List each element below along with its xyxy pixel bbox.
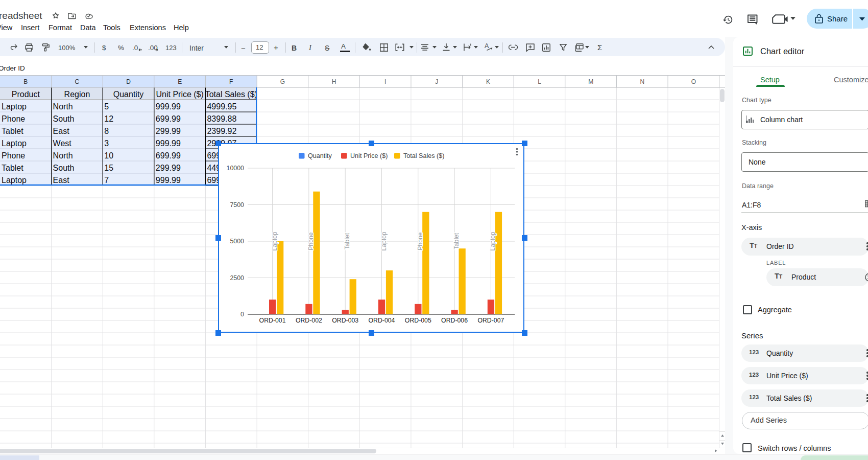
svg-text:Total Sales ($): Total Sales ($) — [205, 90, 257, 99]
svg-text:ORD-003: ORD-003 — [332, 317, 358, 324]
svg-text:5000: 5000 — [230, 238, 244, 245]
svg-text:F: F — [229, 78, 233, 85]
svg-text:999.99: 999.99 — [156, 176, 181, 185]
svg-text:8399.88: 8399.88 — [207, 114, 236, 123]
svg-text:5: 5 — [104, 102, 109, 111]
svg-text:Laptop: Laptop — [380, 232, 388, 250]
svg-text:699.99: 699.99 — [156, 151, 181, 160]
svg-text:E: E — [178, 78, 182, 85]
svg-text:D: D — [126, 78, 131, 85]
svg-text:4999.95: 4999.95 — [207, 102, 236, 111]
svg-text:699.99: 699.99 — [156, 114, 181, 123]
svg-text:7500: 7500 — [230, 201, 244, 209]
svg-text:999.99: 999.99 — [156, 102, 181, 111]
svg-text:Unit Price ($): Unit Price ($) — [350, 152, 388, 159]
svg-text:G: G — [280, 78, 285, 85]
svg-text:299.99: 299.99 — [156, 127, 181, 135]
svg-text:10000: 10000 — [227, 165, 245, 172]
svg-text:ORD-005: ORD-005 — [405, 317, 431, 324]
svg-text:2399.92: 2399.92 — [207, 127, 236, 135]
svg-text:H: H — [332, 78, 336, 85]
svg-text:299.99: 299.99 — [156, 164, 181, 172]
svg-text:East: East — [53, 127, 70, 135]
svg-text:M: M — [588, 78, 593, 85]
svg-text:999.99: 999.99 — [156, 139, 181, 148]
svg-text:C: C — [75, 78, 80, 85]
svg-text:O: O — [691, 78, 696, 85]
svg-text:Laptop: Laptop — [271, 232, 278, 250]
svg-text:ORD-007: ORD-007 — [477, 317, 504, 324]
svg-text:Unit Price ($): Unit Price ($) — [156, 90, 203, 99]
svg-text:7: 7 — [104, 176, 109, 185]
svg-text:10: 10 — [104, 151, 113, 160]
svg-text:N: N — [640, 78, 644, 85]
svg-text:ORD-004: ORD-004 — [369, 317, 395, 324]
svg-text:ORD-002: ORD-002 — [296, 317, 322, 324]
svg-text:Phone: Phone — [2, 151, 25, 160]
svg-text:North: North — [53, 151, 73, 160]
svg-text:Tablet: Tablet — [2, 127, 23, 135]
svg-text:Tablet: Tablet — [453, 233, 460, 249]
svg-text:8: 8 — [104, 127, 109, 135]
svg-text:North: North — [53, 102, 73, 111]
svg-text:Product: Product — [12, 90, 40, 99]
svg-text:2500: 2500 — [230, 274, 244, 282]
svg-text:15: 15 — [104, 164, 113, 172]
svg-text:J: J — [435, 78, 438, 85]
svg-text:South: South — [53, 164, 75, 172]
svg-text:East: East — [53, 176, 70, 185]
svg-text:I: I — [384, 78, 386, 85]
svg-text:Region: Region — [64, 90, 90, 99]
svg-text:A: A — [485, 42, 489, 50]
svg-text:Laptop: Laptop — [2, 176, 27, 185]
svg-text:Quantity: Quantity — [113, 90, 144, 99]
svg-text:South: South — [53, 114, 75, 123]
svg-text:Tablet: Tablet — [2, 164, 23, 172]
svg-text:Laptop: Laptop — [489, 232, 496, 250]
svg-text:3: 3 — [104, 139, 109, 148]
svg-text:ORD-001: ORD-001 — [259, 317, 286, 324]
svg-text:Phone: Phone — [307, 232, 315, 250]
svg-text:West: West — [53, 139, 72, 148]
svg-text:B: B — [23, 78, 28, 85]
svg-text:0: 0 — [240, 311, 244, 318]
svg-text:Quantity: Quantity — [308, 152, 332, 159]
svg-text:K: K — [486, 78, 490, 85]
svg-text:ORD-006: ORD-006 — [441, 317, 468, 324]
svg-text:Laptop: Laptop — [2, 102, 27, 111]
svg-text:Total Sales ($): Total Sales ($) — [403, 152, 445, 159]
svg-text:L: L — [538, 78, 541, 85]
svg-text:12: 12 — [104, 114, 113, 123]
svg-text:Tablet: Tablet — [344, 233, 351, 249]
svg-text:Phone: Phone — [2, 114, 25, 123]
svg-text:Laptop: Laptop — [2, 139, 27, 148]
svg-text:Phone: Phone — [417, 232, 424, 250]
